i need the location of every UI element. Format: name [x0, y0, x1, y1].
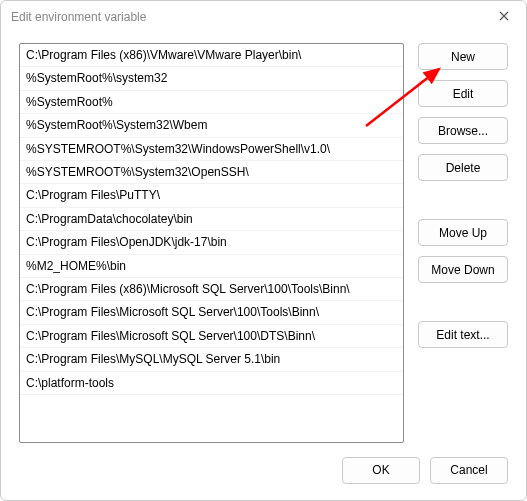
list-item[interactable]: C:\Program Files\PuTTY\ [20, 184, 403, 207]
browse-button[interactable]: Browse... [418, 117, 508, 144]
edit-button[interactable]: Edit [418, 80, 508, 107]
close-button[interactable] [482, 1, 526, 31]
spacer [418, 191, 508, 209]
list-item[interactable]: %SystemRoot% [20, 91, 403, 114]
delete-button[interactable]: Delete [418, 154, 508, 181]
cancel-button[interactable]: Cancel [430, 457, 508, 484]
dialog-body: C:\Program Files (x86)\VMware\VMware Pla… [1, 33, 526, 450]
move-up-button[interactable]: Move Up [418, 219, 508, 246]
list-item[interactable]: C:\Program Files\MySQL\MySQL Server 5.1\… [20, 348, 403, 371]
spacer [418, 293, 508, 311]
list-item[interactable]: C:\Program Files (x86)\VMware\VMware Pla… [20, 44, 403, 67]
list-item[interactable]: %SYSTEMROOT%\System32\WindowsPowerShell\… [20, 138, 403, 161]
new-button[interactable]: New [418, 43, 508, 70]
window-title: Edit environment variable [11, 10, 146, 24]
list-item[interactable]: %SYSTEMROOT%\System32\OpenSSH\ [20, 161, 403, 184]
list-item[interactable]: C:\Program Files\Microsoft SQL Server\10… [20, 301, 403, 324]
list-item[interactable]: C:\Program Files (x86)\Microsoft SQL Ser… [20, 278, 403, 301]
list-item[interactable]: C:\Program Files\Microsoft SQL Server\10… [20, 325, 403, 348]
side-buttons: New Edit Browse... Delete Move Up Move D… [418, 43, 508, 450]
edit-text-button[interactable]: Edit text... [418, 321, 508, 348]
list-item[interactable]: %M2_HOME%\bin [20, 255, 403, 278]
ok-button[interactable]: OK [342, 457, 420, 484]
list-item[interactable]: C:\Program Files\OpenJDK\jdk-17\bin [20, 231, 403, 254]
list-item[interactable]: %SystemRoot%\system32 [20, 67, 403, 90]
dialog-footer: OK Cancel [1, 450, 526, 500]
list-item[interactable]: C:\platform-tools [20, 372, 403, 395]
list-item[interactable]: C:\ProgramData\chocolatey\bin [20, 208, 403, 231]
move-down-button[interactable]: Move Down [418, 256, 508, 283]
titlebar: Edit environment variable [1, 1, 526, 33]
list-item[interactable]: %SystemRoot%\System32\Wbem [20, 114, 403, 137]
dialog-window: Edit environment variable C:\Program Fil… [0, 0, 527, 501]
close-icon [499, 11, 509, 21]
path-listbox[interactable]: C:\Program Files (x86)\VMware\VMware Pla… [19, 43, 404, 443]
